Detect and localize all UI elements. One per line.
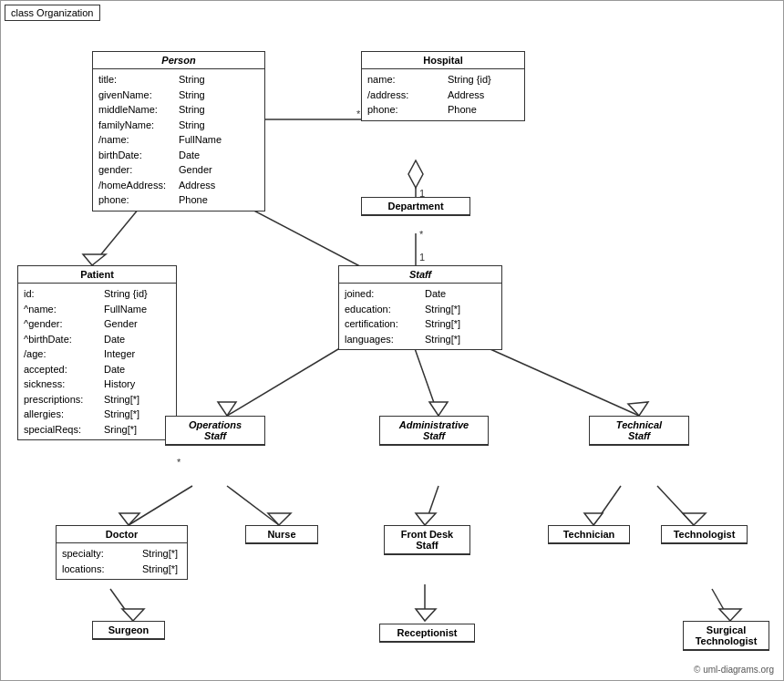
- class-patient-header: Patient: [18, 266, 176, 284]
- class-patient: Patient id:String {id} ^name:FullName ^g…: [17, 265, 177, 440]
- svg-marker-2: [408, 160, 423, 188]
- svg-marker-27: [416, 609, 436, 621]
- svg-line-8: [227, 338, 356, 416]
- diagram-container: class Organization: [0, 0, 784, 681]
- mult-hospital-person: *: [356, 108, 360, 119]
- class-front-desk-staff-header: Front DeskStaff: [385, 526, 469, 554]
- class-operations-staff: OperationsStaff: [165, 416, 265, 446]
- class-hospital: Hospital name:String {id} /address:Addre…: [361, 51, 525, 121]
- mult-ops-star: *: [177, 457, 181, 468]
- class-doctor-header: Doctor: [57, 526, 187, 543]
- svg-marker-21: [584, 513, 603, 525]
- svg-line-18: [425, 486, 438, 525]
- mult-hospital-dept-star: *: [419, 229, 423, 240]
- class-doctor: Doctor specialty:String[*] locations:Str…: [56, 525, 188, 580]
- class-patient-body: id:String {id} ^name:FullName ^gender:Ge…: [18, 284, 176, 439]
- class-department-header: Department: [362, 198, 469, 215]
- svg-marker-19: [416, 513, 436, 525]
- svg-marker-15: [119, 513, 139, 525]
- class-receptionist: Receptionist: [379, 624, 475, 643]
- svg-marker-5: [83, 254, 106, 265]
- svg-marker-17: [268, 513, 291, 525]
- class-surgeon-header: Surgeon: [93, 622, 164, 639]
- class-nurse-header: Nurse: [246, 526, 317, 543]
- class-person: Person title:String givenName:String mid…: [92, 51, 265, 212]
- class-operations-staff-header: OperationsStaff: [166, 417, 264, 445]
- class-technologist: Technologist: [661, 525, 748, 544]
- svg-line-16: [227, 486, 279, 525]
- svg-marker-11: [429, 402, 448, 416]
- class-hospital-body: name:String {id} /address:Address phone:…: [362, 69, 524, 120]
- class-doctor-body: specialty:String[*] locations:String[*]: [57, 543, 187, 579]
- class-hospital-header: Hospital: [362, 52, 524, 69]
- class-technologist-header: Technologist: [662, 526, 747, 543]
- mult-dept-staff-1: 1: [419, 252, 425, 263]
- class-staff: Staff joined:Date education:String[*] ce…: [338, 265, 502, 350]
- class-person-body: title:String givenName:String middleName…: [93, 69, 264, 211]
- svg-marker-29: [719, 609, 741, 621]
- class-administrative-staff: AdministrativeStaff: [379, 416, 489, 446]
- svg-marker-25: [122, 609, 144, 621]
- svg-line-28: [712, 589, 730, 621]
- class-department: Department: [361, 197, 470, 216]
- class-technician: Technician: [548, 525, 630, 544]
- class-surgeon: Surgeon: [92, 621, 165, 640]
- class-technician-header: Technician: [549, 526, 629, 543]
- class-surgical-technologist: SurgicalTechnologist: [683, 621, 769, 651]
- svg-marker-13: [628, 402, 648, 416]
- svg-line-14: [129, 486, 192, 525]
- svg-marker-23: [683, 513, 706, 525]
- svg-marker-9: [218, 402, 236, 416]
- class-staff-header: Staff: [339, 266, 501, 284]
- class-staff-body: joined:Date education:String[*] certific…: [339, 284, 501, 349]
- class-technical-staff: TechnicalStaff: [589, 416, 689, 446]
- diagram-title: class Organization: [5, 5, 100, 21]
- svg-line-22: [657, 486, 694, 525]
- svg-line-24: [110, 589, 133, 621]
- class-person-header: Person: [93, 52, 264, 69]
- class-surgical-technologist-header: SurgicalTechnologist: [684, 622, 769, 650]
- class-administrative-staff-header: AdministrativeStaff: [380, 417, 488, 445]
- copyright: © uml-diagrams.org: [694, 665, 774, 675]
- class-front-desk-staff: Front DeskStaff: [384, 525, 470, 555]
- class-receptionist-header: Receptionist: [380, 624, 474, 642]
- svg-line-20: [593, 486, 621, 525]
- class-technical-staff-header: TechnicalStaff: [590, 417, 688, 445]
- class-nurse: Nurse: [245, 525, 318, 544]
